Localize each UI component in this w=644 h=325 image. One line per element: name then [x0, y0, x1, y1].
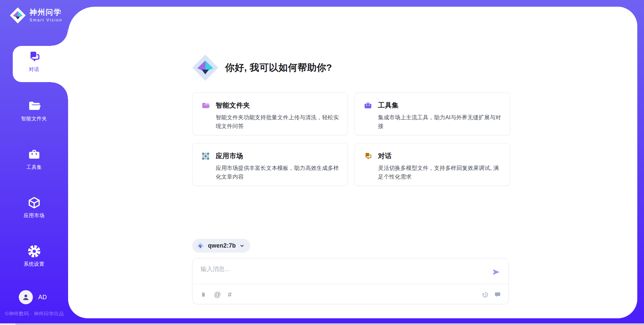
send-button[interactable] [490, 267, 501, 278]
sidebar-item-label: 对话 [29, 66, 39, 73]
folder-icon [201, 101, 210, 110]
sidebar-item-smart-folder[interactable]: 智能文件夹 [0, 99, 68, 122]
sidebar-item-label: 工具集 [26, 164, 42, 171]
app-root: 神州问学 Smart Vision 对话 智能文件夹 工具集 应用市场 系统设置… [0, 0, 644, 325]
card-description: 灵活切换多模型文件，支持多样回复效果调试, 满足个性化需求 [378, 164, 502, 181]
card-title: 工具集 [378, 101, 399, 110]
card-title: 对话 [378, 151, 392, 160]
feature-cards: 智能文件夹 智能文件夹功能支持批量文件上传与清洗，轻松实现文件问答 工具集 集成… [192, 92, 510, 186]
scrollbar-corner [0, 323, 15, 325]
greeting-title: 你好, 我可以如何帮助你? [225, 61, 332, 74]
message-composer: @ # [192, 258, 509, 304]
cube-icon [28, 196, 41, 209]
grid-icon [201, 152, 210, 160]
chat-bubbles-icon [28, 50, 41, 63]
brand-logo: 神州问学 Smart Vision [9, 7, 62, 24]
sidebar-item-settings[interactable]: 系统设置 [0, 245, 68, 267]
card-title: 应用市场 [216, 151, 243, 160]
avatar [19, 290, 33, 304]
card-description: 应用市场提供丰富长文本模板，助力高效生成多样化文章内容 [216, 164, 340, 181]
brand-gem-icon [9, 7, 26, 24]
composer-divider [193, 284, 508, 284]
active-nav-fillet-top [51, 29, 68, 46]
paperclip-icon [200, 291, 207, 298]
sidebar-item-chat[interactable]: 对话 [0, 50, 68, 73]
card-toolset[interactable]: 工具集 集成市场上主流工具，助力AI与外界无缝扩展与对接 [355, 92, 510, 135]
model-gem-icon [196, 242, 205, 250]
model-selector[interactable]: qwen2:7b [192, 239, 250, 253]
card-smart-folder[interactable]: 智能文件夹 智能文件夹功能支持批量文件上传与清洗，轻松实现文件问答 [192, 92, 348, 135]
chat-bubbles-icon [364, 152, 372, 160]
at-icon: @ [214, 291, 221, 298]
chat-bubble-icon [494, 291, 501, 298]
brand-subtitle: Smart Vision [30, 18, 62, 22]
sidebar-item-label: 应用市场 [24, 212, 45, 219]
greeting-gem-icon [192, 54, 219, 82]
conversation-button[interactable] [494, 291, 501, 298]
active-nav-fillet-bottom [51, 82, 68, 99]
user-profile[interactable]: AD [19, 290, 47, 304]
history-icon [482, 291, 489, 298]
briefcase-icon [364, 101, 372, 110]
attach-file-button[interactable] [200, 291, 207, 298]
gear-icon [28, 245, 41, 258]
sidebar-item-label: 系统设置 [24, 261, 45, 267]
card-title: 智能文件夹 [216, 101, 250, 110]
card-chat[interactable]: 对话 灵活切换多模型文件，支持多样回复效果调试, 满足个性化需求 [355, 143, 510, 186]
hashtag-button[interactable]: # [228, 291, 231, 298]
greeting-block: 你好, 我可以如何帮助你? [192, 54, 332, 82]
brand-name: 神州问学 [30, 9, 62, 16]
mention-button[interactable]: @ [214, 291, 221, 298]
composer-toolbar: @ # [200, 289, 501, 300]
horizontal-scrollbar[interactable] [0, 323, 644, 325]
sidebar-item-toolset[interactable]: 工具集 [0, 148, 68, 171]
card-description: 智能文件夹功能支持批量文件上传与清洗，轻松实现文件问答 [216, 113, 340, 130]
send-icon [491, 267, 501, 277]
chevron-down-icon [239, 243, 245, 249]
message-input[interactable] [201, 266, 482, 273]
copyright-footer: ©神州数码 · 神州问学出品 [5, 311, 64, 317]
user-initials: AD [38, 294, 47, 301]
history-button[interactable] [482, 291, 489, 298]
person-icon [21, 293, 30, 302]
sidebar-item-label: 智能文件夹 [21, 116, 47, 122]
folder-icon [28, 99, 41, 113]
sidebar-item-app-market[interactable]: 应用市场 [0, 196, 68, 219]
briefcase-icon [28, 148, 41, 161]
card-description: 集成市场上主流工具，助力AI与外界无缝扩展与对接 [378, 113, 502, 130]
card-app-market[interactable]: 应用市场 应用市场提供丰富长文本模板，助力高效生成多样化文章内容 [192, 143, 348, 186]
hash-icon: # [228, 291, 231, 298]
model-name: qwen2:7b [208, 242, 236, 249]
